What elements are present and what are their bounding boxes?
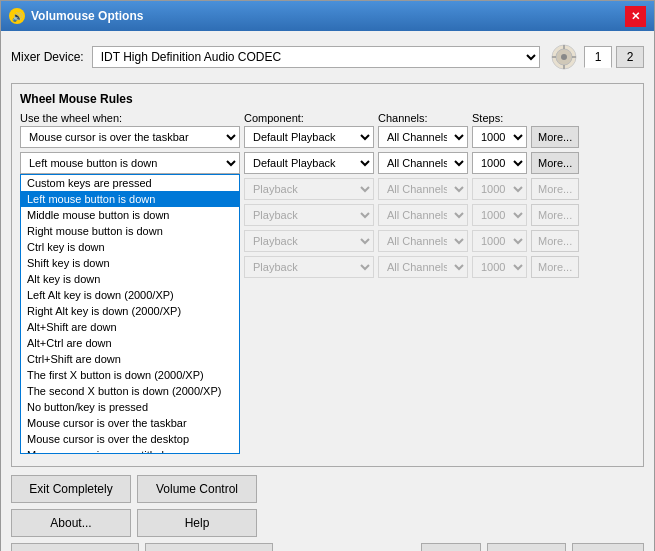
save-configuration-button[interactable]: Save Configuration [11,543,139,551]
rule4-cols-row: Playback All Channels 1000 More... [244,204,579,226]
dropdown-item-left-mouse[interactable]: Left mouse button is down [21,191,239,207]
dropdown-item-right-alt[interactable]: Right Alt key is down (2000/XP) [21,303,239,319]
dropdown-item-alt-shift[interactable]: Alt+Shift are down [21,319,239,335]
rule3-steps-select: 1000 [472,178,527,200]
dropdown-item-over-desktop[interactable]: Mouse cursor is over the desktop [21,431,239,447]
rule1-condition-select[interactable]: Mouse cursor is over the taskbar [20,126,240,148]
main-window: 🔊 Volumouse Options ✕ Mixer Device: IDT … [0,0,655,551]
rule5-more-button: More... [531,230,579,252]
dropdown-item-over-taskbar[interactable]: Mouse cursor is over the taskbar [21,415,239,431]
dropdown-item-second-x[interactable]: The second X button is down (2000/XP) [21,383,239,399]
action-row-1: Exit Completely Volume Control [11,475,273,503]
rule2-cols-row: Default Playback All Channels 1000 More.… [244,152,579,174]
dropdown-item-ctrl-shift[interactable]: Ctrl+Shift are down [21,351,239,367]
rule1-more-button[interactable]: More... [531,126,579,148]
app-icon: 🔊 [9,8,25,24]
about-button[interactable]: About... [11,509,131,537]
dropdown-item-middle-mouse[interactable]: Middle mouse button is down [21,207,239,223]
rule6-more-button: More... [531,256,579,278]
rule4-component-select: Playback [244,204,374,226]
rule1-channels-select[interactable]: All Channels [378,126,468,148]
dropdown-item-right-mouse[interactable]: Right mouse button is down [21,223,239,239]
cancel-button[interactable]: Cancel [487,543,566,551]
dropdown-item-alt-key[interactable]: Alt key is down [21,271,239,287]
mixer-icon [548,41,580,73]
section-title: Wheel Mouse Rules [20,92,635,106]
rule4-channels-select: All Channels [378,204,468,226]
rule3-more-button: More... [531,178,579,200]
load-configuration-button[interactable]: Load Configuration [145,543,272,551]
bottom-section: Exit Completely Volume Control About... … [11,475,644,551]
mixer-right: 1 2 [548,41,644,73]
rules-section: Wheel Mouse Rules Use the wheel when: Co… [11,83,644,467]
close-button[interactable]: ✕ [625,6,646,27]
svg-text:🔊: 🔊 [12,11,24,23]
volume-control-button[interactable]: Volume Control [137,475,257,503]
dropdown-item-custom-keys[interactable]: Custom keys are pressed [21,175,239,191]
column-headers: Use the wheel when: Component: Channels:… [20,112,635,124]
apply-button[interactable]: Apply [572,543,644,551]
header-steps: Steps: [472,112,527,124]
rule5-component-select: Playback [244,230,374,252]
dropdown-item-ctrl-key[interactable]: Ctrl key is down [21,239,239,255]
help-button[interactable]: Help [137,509,257,537]
rule2-condition-container: Left mouse button is down Custom keys ar… [20,152,240,454]
dropdown-item-over-title[interactable]: Mouse cursor is over a title bar [21,447,239,454]
rule-row-1: Mouse cursor is over the taskbar Default… [20,126,635,148]
rule2-condition-select[interactable]: Left mouse button is down [20,152,240,174]
rule1-component-select[interactable]: Default Playback [244,126,374,148]
rule1-steps-select[interactable]: 1000 [472,126,527,148]
ok-button[interactable]: OK [421,543,480,551]
rule6-channels-select: All Channels [378,256,468,278]
title-controls: ✕ [625,6,646,27]
tab-1-button[interactable]: 1 [584,46,612,68]
rule2-steps-select[interactable]: 1000 [472,152,527,174]
rule6-cols-row: Playback All Channels 1000 More... [244,256,579,278]
tab-2-button[interactable]: 2 [616,46,644,68]
rule3-cols-row: Playback All Channels 1000 More... [244,178,579,200]
mixer-device-select[interactable]: IDT High Definition Audio CODEC [92,46,540,68]
rule3-channels-select: All Channels [378,178,468,200]
header-condition: Use the wheel when: [20,112,240,124]
mixer-row: Mixer Device: IDT High Definition Audio … [11,41,644,73]
dropdown-item-no-button[interactable]: No button/key is pressed [21,399,239,415]
svg-point-4 [561,54,567,60]
rule2-more-button[interactable]: More... [531,152,579,174]
header-component: Component: [244,112,374,124]
rule6-component-select: Playback [244,256,374,278]
rule2-other-cols: Default Playback All Channels 1000 More.… [244,152,579,278]
rule2-component-select[interactable]: Default Playback [244,152,374,174]
rule2-channels-select[interactable]: All Channels [378,152,468,174]
rule5-channels-select: All Channels [378,230,468,252]
rule5-cols-row: Playback All Channels 1000 More... [244,230,579,252]
rule6-steps-select: 1000 [472,256,527,278]
title-bar-left: 🔊 Volumouse Options [9,8,143,24]
title-bar: 🔊 Volumouse Options ✕ [1,1,654,31]
dropdown-list[interactable]: Custom keys are pressed Left mouse butto… [20,174,240,454]
window-content: Mixer Device: IDT High Definition Audio … [1,31,654,551]
bottom-row: OK Cancel Apply [421,543,644,551]
dropdown-item-first-x[interactable]: The first X button is down (2000/XP) [21,367,239,383]
dropdown-item-left-alt[interactable]: Left Alt key is down (2000/XP) [21,287,239,303]
rule4-steps-select: 1000 [472,204,527,226]
action-buttons: Exit Completely Volume Control About... … [11,475,273,551]
rule5-steps-select: 1000 [472,230,527,252]
rule4-more-button: More... [531,204,579,226]
window-title: Volumouse Options [31,9,143,23]
exit-completely-button[interactable]: Exit Completely [11,475,131,503]
dropdown-item-shift-key[interactable]: Shift key is down [21,255,239,271]
rule-row-2: Left mouse button is down Custom keys ar… [20,152,635,454]
rule3-component-select: Playback [244,178,374,200]
mixer-label: Mixer Device: [11,50,84,64]
header-channels: Channels: [378,112,468,124]
action-row-2: About... Help [11,509,273,537]
dropdown-item-alt-ctrl[interactable]: Alt+Ctrl are down [21,335,239,351]
action-row-3: Save Configuration Load Configuration [11,543,273,551]
